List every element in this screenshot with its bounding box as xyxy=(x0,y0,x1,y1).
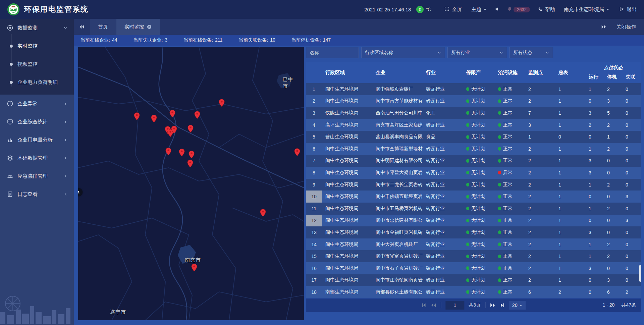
last-page-button[interactable] xyxy=(500,303,505,308)
sidebar: 数据监测 实时监控 视频监控 企业电力负荷明细 xyxy=(0,19,74,325)
map-pin[interactable] xyxy=(171,126,177,134)
table-row[interactable]: 16 阆中生态环境局 阆中市石子页岩机砖厂 砖瓦行业 无计划 正常 2 1 3 … xyxy=(306,262,641,274)
cell-limit: 无计划 xyxy=(463,134,495,140)
facility-status-dot xyxy=(498,195,501,199)
table-row[interactable]: 8 阆中生态环境局 阆中市枣碧大梁山页岩 砖瓦行业 无计划 异常 2 1 3 0… xyxy=(306,167,641,179)
close-icon[interactable] xyxy=(147,24,152,29)
map-panel[interactable]: 巴中市南充市遂宁市 xyxy=(78,47,304,320)
facility-status-label: 正常 xyxy=(503,229,513,235)
facility-status-label: 正常 xyxy=(503,158,513,164)
sidebar-item-realtime-monitor[interactable]: 实时监控 xyxy=(0,37,74,55)
page-number-input[interactable]: 1 xyxy=(445,301,464,310)
sidebar-group-data-monitoring: 数据监测 实时监控 视频监控 企业电力负荷明细 xyxy=(0,19,74,95)
map-pin[interactable] xyxy=(219,99,225,107)
sidebar-item-video-monitor[interactable]: 视频监控 xyxy=(0,55,74,73)
sidebar-item-base-data[interactable]: 基础数据管理 xyxy=(0,149,74,167)
map-pin[interactable] xyxy=(187,160,193,168)
sidebar-item-emergency-reduction[interactable]: 应急减排管理 xyxy=(0,167,74,185)
table-scrollbar[interactable] xyxy=(639,265,641,282)
facility-status-label: 正常 xyxy=(503,206,513,212)
sidebar-item-log-view[interactable]: 日志查看 xyxy=(0,185,74,203)
region-filter-select[interactable]: 行政区域名称 xyxy=(361,47,445,58)
cell-run: 0 xyxy=(585,98,604,104)
facility-status-label: 正常 xyxy=(503,98,513,104)
divider xyxy=(485,302,485,308)
cell-limit: 无计划 xyxy=(463,146,495,152)
map-pin[interactable] xyxy=(151,115,157,123)
map-pin[interactable] xyxy=(134,112,140,120)
cell-points: 2 xyxy=(525,170,555,175)
map-pin[interactable] xyxy=(191,264,197,272)
sidebar-item-label: 数据监测 xyxy=(17,25,38,31)
limit-status-dot xyxy=(466,290,469,294)
table-header: 行政区域 企业 行业 停限产 治污设施 监测点 总表 点位状态 xyxy=(306,62,641,83)
table-row[interactable]: 11 阆中生态环境局 阆中市五马桥页岩机砖 砖瓦行业 无计划 正常 2 1 1 … xyxy=(306,203,641,215)
table-row[interactable]: 17 阆中生态环境局 阆中市江南镇阆南页岩 砖瓦行业 无计划 正常 2 1 0 … xyxy=(306,274,641,286)
logout-button[interactable]: 退出 xyxy=(619,6,637,13)
group-header-label: 点位状态 xyxy=(585,65,641,71)
map-pin[interactable] xyxy=(169,110,175,118)
theme-dropdown[interactable]: 主题 xyxy=(471,6,486,13)
cell-limit: 无计划 xyxy=(463,194,495,200)
status-filter-select[interactable]: 所有状态 xyxy=(509,47,553,58)
limit-status-label: 无计划 xyxy=(471,265,485,271)
table-row[interactable]: 12 阆中生态环境局 阆中市忠信建材有限公 砖瓦行业 无计划 正常 2 1 0 … xyxy=(306,215,641,227)
sidebar-item-enterprise-alert[interactable]: 企业异常 xyxy=(0,95,74,113)
map-pin[interactable] xyxy=(189,151,195,159)
map-pin[interactable] xyxy=(260,209,266,217)
table-row[interactable]: 9 阆中生态环境局 阆中市二龙长宝页岩砖 砖瓦行业 无计划 正常 2 1 1 2… xyxy=(306,179,641,191)
notifications[interactable]: 2632 xyxy=(507,6,530,12)
map-pin[interactable] xyxy=(165,148,171,156)
map-pin[interactable] xyxy=(194,111,200,119)
next-page-button[interactable] xyxy=(490,303,495,308)
tab-home[interactable]: 首页 xyxy=(90,19,116,35)
first-page-button[interactable] xyxy=(421,303,426,308)
app-root: 环保用电监管系统 2021-02-25 17:46:18 0 ℃ 全屏 主题 xyxy=(0,0,644,325)
table-row[interactable]: 14 阆中生态环境局 阆中大兴页岩机砖厂 砖瓦行业 无计划 正常 2 1 1 2… xyxy=(306,238,641,251)
map-pin[interactable] xyxy=(179,149,185,157)
cell-points: 6 xyxy=(525,289,555,295)
table-row[interactable]: 4 高坪生态环境局 南充市高坪区王家店建 砖瓦行业 无计划 正常 3 1 2 2… xyxy=(306,119,641,131)
tabs-scroll-right-button[interactable] xyxy=(601,24,606,29)
table-row[interactable]: 1 阆中生态环境局 阆中强锐页岩砖厂 砖瓦行业 无计划 正常 2 1 1 2 0 xyxy=(306,83,641,95)
sidebar-item-enterprise-statistics[interactable]: 企业综合统计 xyxy=(0,113,74,131)
cell-company: 南充市高坪区王家店建 xyxy=(372,122,423,128)
industry-filter-select[interactable]: 所有行业 xyxy=(447,47,507,58)
org-dropdown[interactable]: 南充市生态环境局 xyxy=(564,6,609,13)
cell-limit: 无计划 xyxy=(463,289,495,295)
sidebar-item-power-analysis[interactable]: 企业用电量分析 xyxy=(0,131,74,149)
table-row[interactable]: 13 阆中生态环境局 阆中市金福旺页岩机砖 砖瓦行业 无计划 正常 2 1 3 … xyxy=(306,226,641,238)
table-row[interactable]: 7 阆中生态环境局 阆中明阳建材有限公司 砖瓦行业 无计划 正常 2 1 3 0… xyxy=(306,155,641,167)
table-row[interactable]: 15 阆中生态环境局 阆中市光富页岩机砖厂 砖瓦行业 无计划 正常 2 1 1 … xyxy=(306,250,641,262)
fullscreen-button[interactable]: 全屏 xyxy=(444,6,462,13)
tabs-scroll-left-button[interactable] xyxy=(74,19,90,35)
col-group-point-status: 点位状态 运行 停机 失联 xyxy=(585,62,641,83)
table-row[interactable]: 5 营山生态环境局 营山县润丰肉食品有限 食品 无计划 正常 1 0 0 1 0 xyxy=(306,131,641,143)
cell-meters: 2 xyxy=(555,289,585,295)
sound-button[interactable] xyxy=(495,7,500,12)
map-pin[interactable] xyxy=(187,125,194,133)
cell-stop: 0 xyxy=(604,230,622,235)
tab-realtime-monitor[interactable]: 实时监控 xyxy=(116,19,160,35)
record-range-label: 1 - 20 xyxy=(603,302,615,308)
sidebar-item-power-load-detail[interactable]: 企业电力负荷明细 xyxy=(0,73,74,91)
table-row[interactable]: 2 阆中生态环境局 阆中市南方节能建材有 砖瓦行业 无计划 正常 2 1 0 3… xyxy=(306,95,641,107)
table-row[interactable]: 3 仪陇生态环境局 西南油气田分公司川中 化工 无计划 正常 7 1 3 5 0 xyxy=(306,107,641,119)
stat-value: 211 xyxy=(215,37,222,43)
cell-points: 2 xyxy=(525,242,555,247)
prev-page-button[interactable] xyxy=(431,303,436,308)
name-filter-input[interactable] xyxy=(310,50,355,55)
close-operations-button[interactable]: 关闭操作 xyxy=(616,24,636,30)
help-button[interactable]: 帮助 xyxy=(538,6,555,13)
data-monitor-icon xyxy=(7,24,13,31)
cell-meters: 1 xyxy=(555,230,585,235)
table-row[interactable]: 18 南部生态环境局 南部县砂化土砖有限公 砖瓦行业 无计划 正常 6 2 0 … xyxy=(306,286,641,298)
cell-meters: 0 xyxy=(555,134,585,140)
map-city-label: 遂宁市 xyxy=(110,309,126,315)
map-pin[interactable] xyxy=(294,148,300,156)
table-row[interactable]: 6 阆中生态环境局 阆中市金博瑞新型墙材 砖瓦行业 无计划 正常 2 1 1 2… xyxy=(306,143,641,155)
table-row[interactable]: 10 阆中生态环境局 阆中千佛镇五郎垭页岩 砖瓦行业 无计划 正常 2 1 0 … xyxy=(306,191,641,203)
page-size-select[interactable]: 20 xyxy=(509,301,526,310)
cell-stop: 2 xyxy=(604,242,622,247)
facility-status-dot xyxy=(498,99,501,103)
